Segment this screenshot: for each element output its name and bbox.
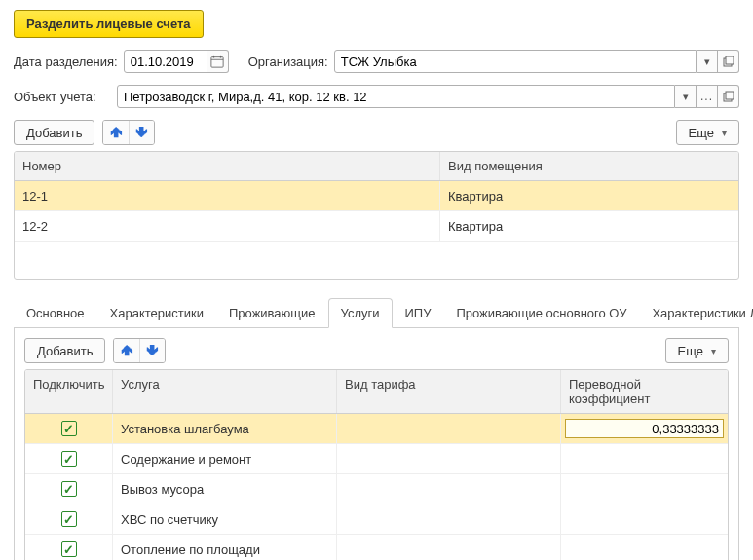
cell-connect[interactable]: ✓ xyxy=(25,444,113,473)
more-button[interactable]: Еще xyxy=(676,120,739,145)
table-row[interactable]: ✓Отопление по площади xyxy=(25,535,728,560)
checkbox-icon[interactable]: ✓ xyxy=(61,481,77,497)
cell-coef xyxy=(561,474,728,504)
open-icon[interactable] xyxy=(718,50,739,73)
cell-service: Установка шлагбаума xyxy=(113,414,337,443)
organization-input-group: ▾ xyxy=(334,50,739,73)
move-buttons: 🡹 🡻 xyxy=(102,120,155,145)
tab-ипу[interactable]: ИПУ xyxy=(393,298,444,328)
tab-content-services: Добавить 🡹 🡻 Еще Подключить Услуга Вид т… xyxy=(14,328,739,560)
dropdown-icon[interactable]: ▾ xyxy=(697,50,718,73)
column-header-number[interactable]: Номер xyxy=(15,152,440,180)
cell-service: Вывоз мусора xyxy=(113,474,337,504)
split-accounts-button[interactable]: Разделить лицевые счета xyxy=(14,10,204,38)
table-row[interactable]: 12-2Квартира xyxy=(15,211,738,242)
cell-room-type: Квартира xyxy=(440,211,738,241)
column-header-tariff[interactable]: Вид тарифа xyxy=(337,370,561,413)
column-header-coef[interactable]: Переводной коэффициент xyxy=(561,370,728,413)
svg-rect-5 xyxy=(726,56,734,64)
open-icon[interactable] xyxy=(718,85,739,108)
column-header-room-type[interactable]: Вид помещения xyxy=(440,152,738,180)
calendar-icon[interactable] xyxy=(207,50,229,73)
table-row[interactable]: ✓Вывоз мусора xyxy=(25,474,728,504)
cell-service: Содержание и ремонт xyxy=(113,444,337,473)
cell-room-type: Квартира xyxy=(440,181,738,210)
cell-tariff xyxy=(337,414,561,443)
cell-tariff xyxy=(337,504,561,534)
dropdown-icon[interactable]: ▾ xyxy=(675,85,697,108)
cell-coef[interactable] xyxy=(561,414,728,443)
checkbox-icon[interactable]: ✓ xyxy=(61,421,77,436)
table-row[interactable]: ✓ХВС по счетчику xyxy=(25,504,728,535)
move-up-icon[interactable]: 🡹 xyxy=(103,121,129,144)
date-input-group xyxy=(124,50,229,73)
cell-number: 12-1 xyxy=(15,181,440,210)
ellipsis-icon[interactable]: ... xyxy=(697,85,718,108)
tab-характеристики-лс[interactable]: Характеристики ЛС xyxy=(639,298,753,328)
date-input[interactable] xyxy=(124,50,207,73)
tab-проживающие-основного-оу[interactable]: Проживающие основного ОУ xyxy=(443,298,639,328)
cell-connect[interactable]: ✓ xyxy=(25,474,113,504)
date-separation-label: Дата разделения: xyxy=(14,55,118,69)
cell-service: ХВС по счетчику xyxy=(113,504,337,534)
tab-характеристики[interactable]: Характеристики xyxy=(97,298,216,328)
coef-input[interactable] xyxy=(565,419,724,438)
cell-number: 12-2 xyxy=(15,211,440,241)
object-input[interactable] xyxy=(117,85,675,108)
add-service-button[interactable]: Добавить xyxy=(24,338,105,363)
tab-услуги[interactable]: Услуги xyxy=(328,298,393,328)
cell-tariff xyxy=(337,474,561,504)
svg-rect-0 xyxy=(211,57,223,68)
svg-rect-7 xyxy=(726,92,734,99)
move-down-icon[interactable]: 🡻 xyxy=(129,121,154,144)
checkbox-icon[interactable]: ✓ xyxy=(61,451,77,467)
tab-проживающие[interactable]: Проживающие xyxy=(216,298,328,328)
more-service-button[interactable]: Еще xyxy=(665,338,729,363)
cell-connect[interactable]: ✓ xyxy=(25,535,113,560)
checkbox-icon[interactable]: ✓ xyxy=(61,541,77,557)
object-label: Объект учета: xyxy=(14,90,111,104)
cell-connect[interactable]: ✓ xyxy=(25,414,113,443)
table-row[interactable]: ✓Содержание и ремонт xyxy=(25,444,728,474)
cell-tariff xyxy=(337,444,561,473)
checkbox-icon[interactable]: ✓ xyxy=(61,511,77,527)
cell-tariff xyxy=(337,535,561,560)
services-table: Подключить Услуга Вид тарифа Переводной … xyxy=(24,369,729,560)
cell-coef xyxy=(561,504,728,534)
cell-coef xyxy=(561,444,728,473)
cell-coef xyxy=(561,535,728,560)
cell-service: Отопление по площади xyxy=(113,535,337,560)
add-button[interactable]: Добавить xyxy=(14,120,94,145)
move-down-icon[interactable]: 🡻 xyxy=(139,339,165,362)
column-header-connect[interactable]: Подключить xyxy=(25,370,113,413)
table-row[interactable]: 12-1Квартира xyxy=(15,181,738,211)
accounts-table: Номер Вид помещения 12-1Квартира12-2Квар… xyxy=(14,151,739,280)
organization-label: Организация: xyxy=(248,55,328,69)
move-up-icon[interactable]: 🡹 xyxy=(114,339,139,362)
column-header-service[interactable]: Услуга xyxy=(113,370,337,413)
tabs: ОсновноеХарактеристикиПроживающиеУслугиИ… xyxy=(14,297,739,328)
tab-основное[interactable]: Основное xyxy=(14,298,97,328)
organization-input[interactable] xyxy=(334,50,697,73)
object-input-group: ▾ ... xyxy=(117,85,739,108)
cell-connect[interactable]: ✓ xyxy=(25,504,113,534)
table-row[interactable]: ✓Установка шлагбаума xyxy=(25,414,728,444)
move-service-buttons: 🡹 🡻 xyxy=(113,338,166,363)
